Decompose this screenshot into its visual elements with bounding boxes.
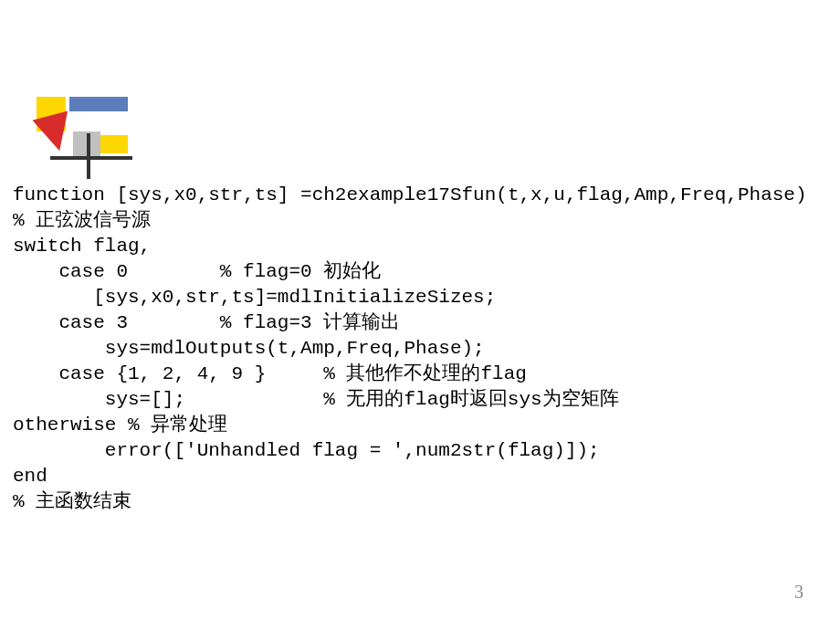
code-line-3: switch flag, [13, 236, 151, 257]
code-line-1: function [sys,x0,str,ts] =ch2example17Sf… [13, 184, 807, 205]
code-line-11: error(['Unhandled flag = ',num2str(flag)… [13, 440, 600, 461]
code-line-10: otherwise % 异常处理 [13, 415, 227, 436]
code-line-5: [sys,x0,str,ts]=mdlInitializeSizes; [13, 287, 496, 308]
page-number: 3 [794, 582, 803, 603]
code-line-9: sys=[]; % 无用的flag时返回sys为空矩阵 [13, 389, 619, 410]
logo-cross-horizontal [50, 156, 132, 160]
slide-logo [37, 97, 128, 174]
code-line-13: % 主函数结束 [13, 491, 131, 512]
logo-blue-block [69, 97, 128, 111]
logo-cross-vertical [87, 133, 90, 179]
code-line-7: sys=mdlOutputs(t,Amp,Freq,Phase); [13, 338, 485, 359]
logo-red-triangle [33, 111, 78, 156]
code-line-2: % 正弦波信号源 [13, 210, 151, 231]
code-line-8: case {1, 2, 4, 9 } % 其他作不处理的flag [13, 363, 527, 384]
code-content: function [sys,x0,str,ts] =ch2example17Sf… [13, 183, 807, 515]
code-line-4: case 0 % flag=0 初始化 [13, 261, 381, 282]
logo-yellow-small [100, 135, 128, 153]
code-line-12: end [13, 466, 47, 487]
code-line-6: case 3 % flag=3 计算输出 [13, 312, 400, 333]
